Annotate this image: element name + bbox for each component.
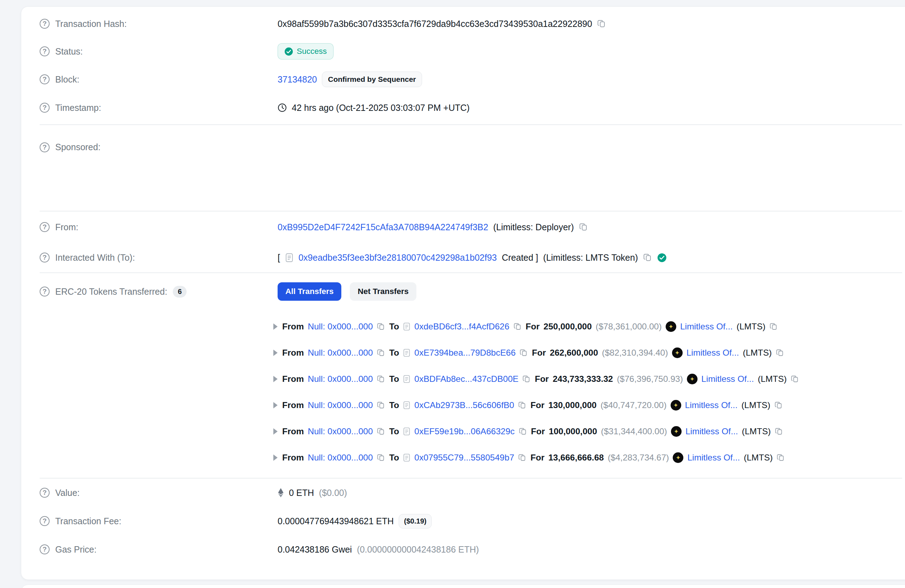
- copy-icon: [643, 253, 652, 262]
- bracket-open: [: [278, 253, 280, 263]
- row-value: ? Value: 0 ETH ($0.00): [40, 478, 905, 507]
- expand-arrow-icon[interactable]: [273, 402, 278, 408]
- transfer-usd: ($82,310,394.40): [602, 348, 668, 358]
- contract-icon: [403, 427, 410, 436]
- transfer-to-link[interactable]: 0xBDFAb8ec...437cDB00E: [414, 374, 518, 384]
- copy-address-button[interactable]: [522, 375, 531, 383]
- help-icon[interactable]: ?: [40, 544, 49, 555]
- transfer-to-link[interactable]: 0xEF59e19b...06A66329c: [414, 426, 514, 436]
- copy-icon: [791, 375, 799, 383]
- transfer-from-link[interactable]: Null: 0x000...000: [308, 400, 373, 410]
- token-logo-icon: ✦: [672, 348, 683, 358]
- transfer-from-link[interactable]: Null: 0x000...000: [308, 348, 373, 358]
- copy-address-button[interactable]: [513, 323, 522, 331]
- help-icon[interactable]: ?: [40, 75, 49, 84]
- token-name-link[interactable]: Limitless Of...: [687, 453, 740, 462]
- copy-address-button[interactable]: [377, 401, 385, 410]
- transfer-usd: ($76,396,750.93): [617, 374, 683, 384]
- sponsored-label: Sponsored:: [55, 142, 100, 152]
- interacted-contract-link[interactable]: 0x9eadbe35f3ee3bf3e28180070c429298a1b02f…: [298, 253, 497, 263]
- expand-arrow-icon[interactable]: [273, 428, 278, 435]
- copy-token-button[interactable]: [775, 427, 783, 436]
- copy-address-button[interactable]: [377, 453, 385, 462]
- clock-icon: [278, 103, 287, 112]
- check-circle-icon: [284, 47, 293, 56]
- help-icon[interactable]: ?: [40, 46, 49, 56]
- copy-icon: [776, 453, 785, 462]
- row-timestamp: ? Timestamp: 42 hrs ago (Oct-21-2025 03:…: [40, 93, 905, 122]
- help-icon[interactable]: ?: [40, 19, 49, 29]
- copy-address-button[interactable]: [377, 375, 385, 383]
- expand-arrow-icon[interactable]: [273, 350, 278, 356]
- copy-address-button[interactable]: [377, 427, 385, 436]
- block-label: Block:: [55, 75, 79, 85]
- expand-arrow-icon[interactable]: [273, 455, 278, 461]
- erc20-transfer-list: From Null: 0x000...000 To 0xdeBD6cf3...f…: [273, 313, 905, 471]
- value-label: Value:: [55, 488, 80, 498]
- help-icon[interactable]: ?: [40, 286, 49, 297]
- token-name-link[interactable]: Limitless Of...: [702, 374, 754, 384]
- copy-address-button[interactable]: [377, 323, 385, 331]
- contract-icon: [403, 401, 410, 410]
- copy-token-button[interactable]: [774, 401, 783, 410]
- expand-arrow-icon[interactable]: [273, 376, 278, 382]
- tab-net-transfers[interactable]: Net Transfers: [350, 282, 416, 301]
- token-symbol: (LMTS): [743, 348, 772, 358]
- copy-address-button[interactable]: [377, 348, 385, 357]
- tab-all-transfers[interactable]: All Transfers: [278, 282, 341, 301]
- copy-contract-address-button[interactable]: [643, 253, 652, 262]
- block-number-link[interactable]: 37134820: [278, 75, 317, 85]
- copy-token-button[interactable]: [776, 453, 785, 462]
- copy-hash-button[interactable]: [597, 19, 606, 29]
- copy-address-button[interactable]: [519, 427, 527, 436]
- transfer-from-link[interactable]: Null: 0x000...000: [308, 426, 373, 436]
- transfer-row: From Null: 0x000...000 To 0xdeBD6cf3...f…: [273, 313, 905, 340]
- token-name-link[interactable]: Limitless Of...: [686, 348, 739, 358]
- row-status: ? Status: Success: [40, 37, 905, 65]
- token-symbol: (LMTS): [758, 374, 787, 384]
- copy-icon: [377, 375, 385, 383]
- ethereum-icon: [278, 488, 284, 498]
- from-word: From: [282, 453, 304, 462]
- copy-icon: [774, 401, 783, 410]
- copy-token-button[interactable]: [791, 375, 799, 383]
- help-icon[interactable]: ?: [40, 516, 49, 526]
- help-icon[interactable]: ?: [40, 222, 49, 232]
- from-address-link[interactable]: 0xB995D2eD4F7242F15cAfa3A708B94A224749f3…: [278, 222, 488, 232]
- copy-token-button[interactable]: [776, 348, 784, 357]
- transfer-from-link[interactable]: Null: 0x000...000: [308, 322, 373, 332]
- copy-icon: [597, 19, 606, 29]
- help-icon[interactable]: ?: [40, 488, 49, 498]
- copy-address-button[interactable]: [518, 453, 527, 462]
- transfer-to-link[interactable]: 0xdeBD6cf3...f4AcfD626: [414, 322, 509, 332]
- status-badge-text: Success: [297, 47, 327, 56]
- transaction-details-card: ? Transaction Hash: 0x98af5599b7a3b6c307…: [21, 6, 905, 580]
- transfer-to-link[interactable]: 0xE7394bea...79D8bcE66: [414, 348, 516, 358]
- help-icon[interactable]: ?: [40, 253, 49, 262]
- token-name-link[interactable]: Limitless Of...: [686, 426, 738, 436]
- transfer-from-link[interactable]: Null: 0x000...000: [308, 453, 373, 462]
- transfer-usd: ($40,747,720.00): [600, 400, 667, 410]
- timestamp-value: 42 hrs ago (Oct-21-2025 03:03:07 PM +UTC…: [292, 103, 470, 113]
- from-label: From:: [55, 222, 78, 232]
- transfer-from-link[interactable]: Null: 0x000...000: [308, 374, 373, 384]
- transfer-amount: 262,600,000: [550, 348, 598, 358]
- help-icon[interactable]: ?: [40, 103, 49, 113]
- transfer-usd: ($78,361,000.00): [595, 322, 662, 332]
- for-word: For: [531, 426, 545, 436]
- token-name-link[interactable]: Limitless Of...: [680, 322, 733, 332]
- transfer-to-link[interactable]: 0x07955C79...5580549b7: [414, 453, 514, 462]
- help-icon[interactable]: ?: [40, 142, 49, 152]
- for-word: For: [532, 348, 546, 358]
- copy-address-button[interactable]: [518, 401, 527, 410]
- copy-token-button[interactable]: [769, 323, 778, 331]
- token-name-link[interactable]: Limitless Of...: [685, 400, 738, 410]
- transfer-usd: ($4,283,734.67): [608, 453, 669, 462]
- copy-from-address-button[interactable]: [579, 222, 588, 232]
- transfer-row: From Null: 0x000...000 To 0xCAb2973B...5…: [273, 392, 905, 418]
- transfer-to-link[interactable]: 0xCAb2973B...56c606fB0: [414, 400, 514, 410]
- to-word: To: [389, 348, 399, 358]
- expand-arrow-icon[interactable]: [273, 323, 278, 330]
- for-word: For: [526, 322, 540, 332]
- copy-address-button[interactable]: [519, 348, 528, 357]
